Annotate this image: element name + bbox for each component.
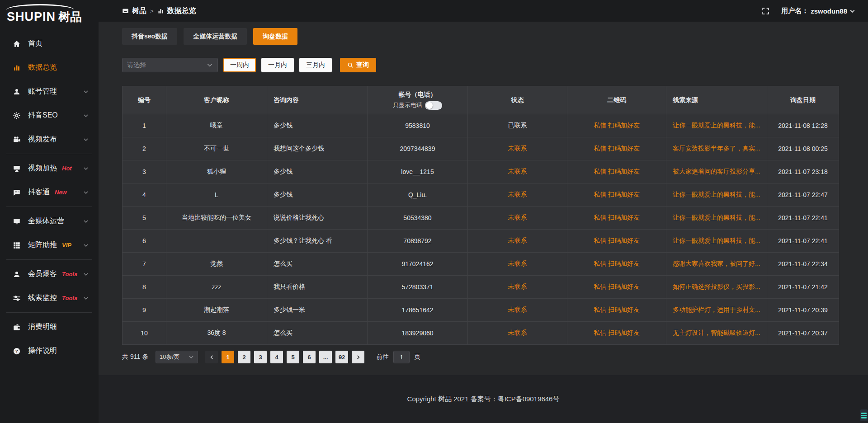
vip-badge: VIP: [62, 242, 71, 249]
next-page-button[interactable]: [352, 351, 364, 363]
menu-divider: [6, 312, 92, 313]
breadcrumb-home[interactable]: 树品: [122, 6, 146, 16]
cell-source-link[interactable]: 让你一眼就爱上的黑科技，能...: [666, 114, 767, 137]
topbar-right: 用户名：zswodun88: [762, 7, 855, 15]
sidebar-item-label: 会员爆客: [28, 269, 57, 279]
cell-qrcode-link[interactable]: 私信 扫码加好友: [567, 160, 666, 183]
sidebar-item-consumption-detail[interactable]: 消费明细: [0, 315, 99, 339]
goto-unit: 页: [414, 353, 420, 361]
page-button-6[interactable]: 6: [303, 351, 316, 363]
page-button-2[interactable]: 2: [238, 351, 250, 363]
cell-nickname: 36度 8: [166, 322, 267, 345]
cell-status-badge: 未联系: [468, 230, 567, 253]
sidebar-item-label: 账号管理: [28, 87, 57, 96]
header-source: 线索来源: [666, 86, 767, 114]
select-placeholder: 请选择: [127, 61, 146, 69]
sidebar-item-home[interactable]: 首页: [0, 32, 99, 56]
sidebar-item-video-publish[interactable]: 视频发布: [0, 127, 99, 151]
content: 抖音seo数据 全媒体运营数据 询盘数据 请选择 一周内 一月内 三月内 查询: [99, 22, 868, 375]
new-badge: New: [55, 189, 67, 196]
header-id: 编号: [123, 86, 166, 114]
cell-qrcode-link[interactable]: 私信 扫码加好友: [567, 230, 666, 253]
range-week-button[interactable]: 一周内: [223, 58, 256, 72]
cell-qrcode-link[interactable]: 私信 扫码加好友: [567, 322, 666, 345]
cell-qrcode-link[interactable]: 私信 扫码加好友: [567, 299, 666, 322]
cell-date: 2021-11-08 00:25: [767, 137, 839, 160]
sidebar-item-video-heating[interactable]: 视频加热 Hot: [0, 156, 99, 180]
cell-account: 2097344839: [368, 137, 468, 160]
cell-qrcode-link[interactable]: 私信 扫码加好友: [567, 276, 666, 299]
table-row: 4 L 多少钱 Q_Liu. 未联系 私信 扫码加好友 让你一眼就爱上的黑科技，…: [123, 183, 839, 207]
sidebar-item-matrix-boost[interactable]: 矩阵助推 VIP: [0, 233, 99, 257]
page-button-4[interactable]: 4: [270, 351, 283, 363]
phone-toggle-row: 只显示电话: [368, 101, 467, 110]
cell-source-link[interactable]: 让你一眼就爱上的黑科技，能...: [666, 230, 767, 253]
search-button-label: 查询: [356, 61, 369, 69]
breadcrumb-current-label: 数据总览: [167, 6, 196, 16]
page-button-5[interactable]: 5: [287, 351, 299, 363]
chevron-down-icon: [83, 89, 89, 94]
cell-date: 2021-11-07 22:41: [767, 207, 839, 230]
sidebar-item-label: 消费明细: [28, 322, 57, 332]
cell-id: 4: [123, 183, 166, 207]
cell-source-link[interactable]: 无主灯设计，智能磁吸轨道灯...: [666, 322, 767, 345]
cell-qrcode-link[interactable]: 私信 扫码加好友: [567, 183, 666, 207]
cell-content: 多少钱一米: [267, 299, 368, 322]
cell-date: 2021-11-07 23:18: [767, 160, 839, 183]
cell-source-link[interactable]: 感谢大家喜欢我家，被问了好...: [666, 253, 767, 276]
cell-source-link[interactable]: 多功能护栏灯，适用于乡村文...: [666, 299, 767, 322]
prev-page-button[interactable]: [205, 351, 218, 363]
sidebar-item-member-baoke[interactable]: 会员爆客 Tools: [0, 262, 99, 286]
sidebar-menu: 首页 数据总览 账号管理 抖音SEO 视频发布: [0, 32, 99, 363]
page-size-select[interactable]: 10条/页: [156, 351, 198, 363]
tab-douyin-seo-data[interactable]: 抖音seo数据: [122, 28, 177, 45]
page-button-92[interactable]: 92: [335, 351, 348, 363]
menu-divider: [6, 154, 92, 154]
cell-content: 怎么买: [267, 322, 368, 345]
sidebar: SHUPIN树品 首页 数据总览 账号管理 抖音SEO: [0, 0, 99, 423]
cell-qrcode-link[interactable]: 私信 扫码加好友: [567, 137, 666, 160]
sidebar-item-douyin-seo[interactable]: 抖音SEO: [0, 103, 99, 127]
sidebar-item-account-management[interactable]: 账号管理: [0, 80, 99, 103]
goto-page-input[interactable]: [393, 351, 410, 363]
cell-content: 我只看价格: [267, 276, 368, 299]
app-window: SHUPIN树品 首页 数据总览 账号管理 抖音SEO: [0, 0, 868, 423]
table-row: 5 当地比较能吃的一位美女 说说价格让我死心 50534380 未联系 私信 扫…: [123, 207, 839, 230]
sidebar-item-lead-monitor[interactable]: 线索监控 Tools: [0, 286, 99, 310]
cell-id: 3: [123, 160, 166, 183]
cell-qrcode-link[interactable]: 私信 扫码加好友: [567, 207, 666, 230]
page-button-3[interactable]: 3: [254, 351, 267, 363]
fullscreen-icon[interactable]: [762, 7, 769, 15]
range-month-button[interactable]: 一月内: [261, 58, 294, 72]
cell-source-link[interactable]: 客厅安装投影半年多了，真实...: [666, 137, 767, 160]
cell-content: 多少钱: [267, 183, 368, 207]
sidebar-item-omnimedia[interactable]: 全媒体运营: [0, 209, 99, 233]
cell-source-link[interactable]: 让你一眼就爱上的黑科技，能...: [666, 183, 767, 207]
tab-omnimedia-data[interactable]: 全媒体运营数据: [184, 28, 247, 45]
user-menu[interactable]: 用户名：zswodun88: [781, 7, 855, 15]
cell-date: 2021-11-07 20:37: [767, 322, 839, 345]
filter-bar: 请选择 一周内 一月内 三月内 查询: [122, 58, 839, 72]
search-button[interactable]: 查询: [340, 58, 376, 72]
cell-source-link[interactable]: 被大家追着问的客厅投影分享...: [666, 160, 767, 183]
sidebar-item-douketong[interactable]: 抖客通 New: [0, 180, 99, 204]
username-value: zswodun88: [811, 7, 847, 15]
tab-inquiry-data[interactable]: 询盘数据: [253, 28, 297, 45]
sidebar-item-data-overview[interactable]: 数据总览: [0, 56, 99, 80]
account-select[interactable]: 请选择: [122, 58, 218, 72]
page-ellipsis-button[interactable]: ...: [319, 351, 332, 363]
page-list: 123456...92: [218, 351, 348, 363]
sidebar-item-instructions[interactable]: ? 操作说明: [0, 339, 99, 363]
cell-source-link[interactable]: 让你一眼就爱上的黑科技，能...: [666, 207, 767, 230]
chevron-left-icon: [209, 355, 214, 360]
range-quarter-button[interactable]: 三月内: [299, 58, 332, 72]
chevron-down-icon: [83, 190, 89, 195]
page-button-1[interactable]: 1: [222, 351, 234, 363]
phone-only-toggle[interactable]: [425, 101, 442, 110]
breadcrumb-home-label: 树品: [132, 6, 146, 16]
cell-qrcode-link[interactable]: 私信 扫码加好友: [567, 253, 666, 276]
cell-source-link[interactable]: 如何正确选择投影仪，买投影...: [666, 276, 767, 299]
cell-qrcode-link[interactable]: 私信 扫码加好友: [567, 114, 666, 137]
table-row: 9 潮起潮落 多少钱一米 178651642 未联系 私信 扫码加好友 多功能护…: [123, 299, 839, 322]
chat-bubble-icon: [12, 188, 21, 197]
